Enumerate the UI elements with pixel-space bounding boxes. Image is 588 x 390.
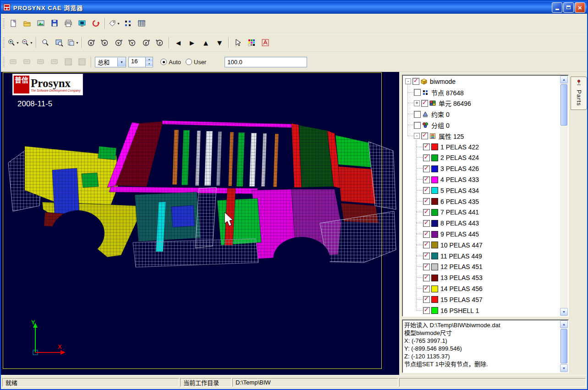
tree-checkbox[interactable]: ✓ [412, 78, 419, 85]
tree-property-item[interactable]: ✓6 PELAS 435 [403, 196, 559, 207]
tree-item-label[interactable]: 4 PELAS 433 [440, 176, 479, 183]
select-pointer-button[interactable] [231, 36, 245, 49]
frame-count-spinner[interactable]: 16 ▲▼ [128, 57, 153, 67]
zoom-extents-button[interactable] [38, 36, 52, 49]
scroll-track[interactable] [560, 328, 568, 364]
scroll-track[interactable] [560, 83, 568, 308]
scroll-thumb[interactable] [561, 329, 567, 363]
tree-scrollbar[interactable]: ▲ ▼ [560, 76, 568, 316]
spinner-down-button[interactable]: ▼ [146, 61, 153, 66]
tree-property-item[interactable]: ✓3 PELAS 426 [403, 163, 559, 174]
tree-checkbox[interactable]: ✓ [421, 100, 428, 107]
tree-item-label[interactable]: 16 PSHELL 1 [440, 307, 479, 314]
pan-up-button[interactable]: ▲ [199, 36, 213, 49]
zoom-in-button[interactable]: ▼ [6, 36, 20, 49]
tree-item-label[interactable]: 7 PELAS 441 [440, 209, 479, 216]
tree-checkbox[interactable]: ✓ [423, 176, 430, 183]
tree-property-item[interactable]: ✓14 PELAS 456 [403, 283, 559, 294]
tree-property-item[interactable]: ✓10 PELAS 447 [403, 240, 559, 251]
color-palette-button[interactable] [245, 36, 258, 49]
log-scrollbar[interactable]: ▲ ▼ [560, 320, 568, 372]
pan-left-button[interactable]: ◀ [171, 36, 185, 49]
toolbar-grip[interactable] [3, 18, 5, 29]
new-file-button[interactable] [6, 17, 20, 30]
tree-item[interactable]: 节点 87648 [403, 87, 559, 98]
toolbar-grip[interactable] [3, 56, 5, 67]
tree-checkbox[interactable]: ✓ [423, 231, 430, 238]
auto-radio[interactable] [160, 59, 167, 65]
save-button[interactable] [48, 17, 61, 30]
tree-checkbox[interactable]: ✓ [423, 209, 430, 216]
print-button[interactable] [61, 17, 75, 30]
tree-item[interactable]: -✓属性 125 [403, 131, 559, 142]
tree-item-label[interactable]: 单元 86496 [439, 99, 471, 108]
toolbar-grip[interactable] [3, 37, 5, 48]
tree-item-label[interactable]: 15 PELAS 457 [440, 296, 483, 303]
display-mode-button[interactable]: ▼ [66, 36, 80, 49]
tree-checkbox[interactable] [414, 89, 421, 96]
tree-item-label[interactable]: 13 PELAS 453 [440, 274, 483, 281]
capture-button[interactable] [75, 17, 89, 30]
tree-property-item[interactable]: ✓15 PELAS 457 [403, 294, 559, 305]
zoom-window-button[interactable] [52, 36, 66, 49]
tree-item[interactable]: +✓单元 86496 [403, 98, 559, 109]
tree-property-item[interactable]: ✓7 PELAS 441 [403, 207, 559, 218]
tree-checkbox[interactable]: ✓ [423, 198, 430, 205]
rotate-z-plus-button[interactable]: Z [153, 36, 167, 49]
close-button[interactable]: × [575, 2, 585, 13]
maximize-button[interactable] [563, 2, 574, 13]
tag-dropdown-button[interactable]: ▼ [107, 17, 121, 30]
rotate-y-plus-button[interactable]: Y [126, 36, 139, 49]
tree-checkbox[interactable]: ✓ [423, 187, 430, 194]
tree-property-item[interactable]: ✓2 PELAS 424 [403, 153, 559, 164]
tree-checkbox[interactable]: ✓ [423, 165, 430, 172]
tree-item[interactable]: 分组 0 [403, 120, 559, 131]
tree-item-label[interactable]: 6 PELAS 435 [440, 198, 479, 205]
rotate-y-minus-button[interactable]: Y [112, 36, 126, 49]
tree-checkbox[interactable]: ✓ [423, 275, 430, 281]
result-type-combo[interactable]: 总和 ▼ [95, 57, 126, 67]
tree-property-item[interactable]: ✓4 PELAS 433 [403, 174, 559, 185]
scroll-up-button[interactable]: ▲ [560, 320, 568, 328]
tree-root-item[interactable]: -✓biwmode [403, 76, 559, 87]
tree-property-item[interactable]: ✓8 PELAS 443 [403, 218, 559, 229]
tree-checkbox[interactable]: ✓ [423, 264, 430, 270]
annotate-button[interactable] [258, 36, 272, 49]
rotate-x-plus-button[interactable]: X [98, 36, 112, 49]
tree-item-label[interactable]: 分组 0 [431, 121, 450, 130]
tree-property-item[interactable]: ✓11 PELAS 449 [403, 251, 559, 262]
redraw-button[interactable] [89, 17, 103, 30]
tree-expander[interactable]: - [414, 133, 420, 139]
car-model-scene[interactable]: Y X [1, 72, 399, 375]
tree-checkbox[interactable] [414, 111, 421, 118]
tree-item-label[interactable]: 9 PELAS 445 [440, 231, 479, 238]
tree-checkbox[interactable]: ✓ [423, 286, 430, 292]
node-matrix-button[interactable] [121, 17, 135, 30]
user-radio[interactable] [186, 59, 192, 65]
tree-item-label[interactable]: 约束 0 [431, 110, 450, 119]
tree-checkbox[interactable]: ✓ [423, 242, 430, 248]
tree-item-label[interactable]: biwmode [430, 78, 456, 85]
tree-property-item[interactable]: ✓13 PELAS 453 [403, 272, 559, 283]
tree-item-label[interactable]: 属性 125 [439, 132, 464, 141]
scroll-down-button[interactable]: ▼ [560, 364, 568, 372]
tree-checkbox[interactable]: ✓ [423, 253, 430, 259]
tree-item-label[interactable]: 3 PELAS 426 [440, 165, 479, 172]
import-model-button[interactable] [34, 17, 48, 30]
minimize-button[interactable] [552, 2, 562, 13]
tree-checkbox[interactable]: ✓ [423, 220, 430, 227]
tree-item-label[interactable]: 14 PELAS 456 [440, 285, 483, 292]
combo-dropdown-button[interactable]: ▼ [117, 58, 126, 66]
scale-input[interactable] [225, 57, 307, 67]
tree-checkbox[interactable]: ✓ [423, 307, 430, 314]
spinner-up-button[interactable]: ▲ [146, 57, 153, 62]
rotate-z-minus-button[interactable]: Z [139, 36, 153, 49]
pan-down-button[interactable]: ▼ [213, 36, 226, 49]
data-table-button[interactable] [135, 17, 148, 30]
tree-property-item[interactable]: ✓1 PELAS 422 [403, 142, 559, 153]
tree-item-label[interactable]: 节点 87648 [431, 88, 464, 97]
tree-item-label[interactable]: 1 PELAS 422 [440, 143, 479, 151]
tree-checkbox[interactable] [414, 122, 421, 129]
zoom-out-button[interactable]: ▼ [20, 36, 34, 49]
tree-item-label[interactable]: 11 PELAS 449 [440, 253, 482, 260]
